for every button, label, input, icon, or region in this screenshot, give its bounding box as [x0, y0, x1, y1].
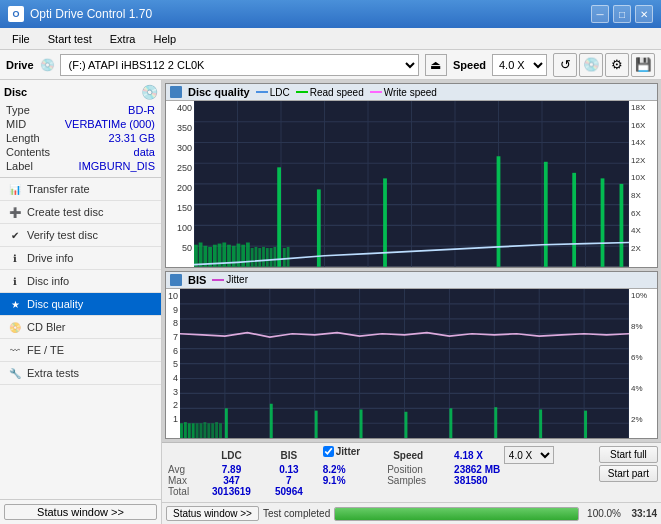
max-bis: 7	[265, 475, 313, 486]
col-header-jitter: Jitter	[336, 446, 360, 457]
svg-rect-74	[315, 410, 318, 438]
disc-mid-label: MID	[6, 118, 26, 130]
disc-mid-value: VERBATIMe (000)	[65, 118, 155, 130]
sidebar-item-disc-info[interactable]: ℹ Disc info	[0, 270, 161, 293]
drive-icon: 💿	[40, 58, 54, 72]
drive-select[interactable]: (F:) ATAPI iHBS112 2 CL0K	[60, 54, 419, 76]
status-window-button-bottom[interactable]: Status window >>	[166, 506, 259, 521]
save-button[interactable]: 💾	[631, 53, 655, 77]
sidebar-item-create-test-disc[interactable]: ➕ Create test disc	[0, 201, 161, 224]
speed-select-cell: 4.0 X	[504, 446, 590, 464]
y-axis-left-bis: 10987654321	[166, 289, 180, 438]
disc-section-title: Disc	[4, 86, 27, 98]
speed-select-stats[interactable]: 4.0 X	[504, 446, 554, 464]
sidebar-item-transfer-rate[interactable]: 📊 Transfer rate	[0, 178, 161, 201]
stats-table: LDC BIS Jitter Speed 4.18 X	[168, 446, 590, 497]
sidebar-item-cd-bler[interactable]: 📀 CD Bler	[0, 316, 161, 339]
start-part-button[interactable]: Start part	[599, 465, 658, 482]
stats-panel: LDC BIS Jitter Speed 4.18 X	[162, 442, 661, 502]
col-header-speed: Speed	[387, 446, 454, 464]
eject-button[interactable]: ⏏	[425, 54, 447, 76]
config-button[interactable]: ⚙	[605, 53, 629, 77]
sidebar-item-disc-quality[interactable]: ★ Disc quality	[0, 293, 161, 316]
sidebar-item-label: Drive info	[27, 252, 73, 264]
menu-start-test[interactable]: Start test	[40, 31, 100, 47]
close-button[interactable]: ✕	[635, 5, 653, 23]
sidebar-item-label: Verify test disc	[27, 229, 98, 241]
sidebar-item-label: Disc quality	[27, 298, 83, 310]
svg-rect-80	[584, 410, 587, 438]
progress-bar-fill	[335, 508, 578, 520]
svg-rect-83	[203, 422, 206, 438]
disc-mid-row: MID VERBATIMe (000)	[4, 117, 157, 131]
sidebar-item-fe-te[interactable]: 〰 FE / TE	[0, 339, 161, 362]
sidebar-item-label: Transfer rate	[27, 183, 90, 195]
fe-te-icon: 〰	[8, 343, 22, 357]
disc-info-icon: ℹ	[8, 274, 22, 288]
svg-rect-43	[266, 248, 269, 267]
sidebar-item-label: Disc info	[27, 275, 69, 287]
y-axis-left: 400 350 300 250 200 150 100 50	[166, 101, 194, 267]
disc-type-value: BD-R	[128, 104, 155, 116]
sidebar-item-extra-tests[interactable]: 🔧 Extra tests	[0, 362, 161, 385]
svg-rect-84	[207, 423, 210, 438]
svg-rect-82	[200, 423, 203, 438]
disc-button[interactable]: 💿	[579, 53, 603, 77]
legend-ldc: LDC	[256, 87, 290, 98]
total-ldc: 3013619	[198, 486, 265, 497]
svg-rect-75	[360, 409, 363, 438]
sidebar-item-drive-info[interactable]: ℹ Drive info	[0, 247, 161, 270]
disc-contents-label: Contents	[6, 146, 50, 158]
y-axis-right-bis: 10%8%6%4%2%	[629, 289, 657, 438]
legend-read-speed: Read speed	[296, 87, 364, 98]
menu-help[interactable]: Help	[145, 31, 184, 47]
status-window-button[interactable]: Status window >>	[4, 504, 157, 520]
menu-file[interactable]: File	[4, 31, 38, 47]
stats-table-area: LDC BIS Jitter Speed 4.18 X	[162, 443, 596, 502]
minimize-button[interactable]: ─	[591, 5, 609, 23]
maximize-button[interactable]: □	[613, 5, 631, 23]
svg-rect-69	[184, 422, 187, 438]
disc-type-label: Type	[6, 104, 30, 116]
col-header-ldc: LDC	[198, 446, 265, 464]
refresh-button[interactable]: ↺	[553, 53, 577, 77]
window-controls: ─ □ ✕	[591, 5, 653, 23]
bis-chart-icon	[170, 274, 182, 286]
svg-rect-47	[287, 247, 290, 267]
menu-extra[interactable]: Extra	[102, 31, 144, 47]
svg-rect-68	[180, 423, 183, 438]
sidebar-item-label: FE / TE	[27, 344, 64, 356]
svg-rect-40	[255, 247, 258, 267]
svg-rect-71	[192, 423, 195, 438]
svg-rect-19	[194, 245, 198, 267]
start-full-button[interactable]: Start full	[599, 446, 658, 463]
svg-rect-41	[258, 248, 261, 267]
chart-bis-svg	[180, 289, 629, 438]
speed-label: Speed	[453, 59, 486, 71]
chart-bis-header: BIS Jitter	[166, 272, 657, 289]
app-window: O Opti Drive Control 1.70 ─ □ ✕ File Sta…	[0, 0, 661, 524]
status-text: Test completed	[263, 508, 330, 519]
jitter-checkbox[interactable]	[323, 446, 334, 457]
sidebar-item-label: Extra tests	[27, 367, 79, 379]
create-disc-icon: ➕	[8, 205, 22, 219]
svg-rect-76	[405, 412, 408, 438]
cd-bler-icon: 📀	[8, 320, 22, 334]
svg-rect-46	[283, 248, 286, 267]
disc-label-row: Label IMGBURN_DIS	[4, 159, 157, 173]
legend-write-speed: Write speed	[370, 87, 437, 98]
svg-rect-45	[273, 247, 276, 267]
sidebar-nav: 📊 Transfer rate ➕ Create test disc ✔ Ver…	[0, 178, 161, 499]
svg-rect-70	[188, 423, 191, 438]
sidebar: Disc 💿 Type BD-R MID VERBATIMe (000) Len…	[0, 80, 162, 524]
svg-rect-44	[270, 248, 273, 267]
jitter-check-cell: Jitter	[323, 446, 387, 457]
speed-select[interactable]: 4.0 X	[492, 54, 547, 76]
app-icon: O	[8, 6, 24, 22]
disc-contents-value: data	[134, 146, 155, 158]
svg-rect-37	[601, 178, 605, 266]
sidebar-item-verify-test-disc[interactable]: ✔ Verify test disc	[0, 224, 161, 247]
status-time: 33:14	[625, 508, 657, 519]
disc-section-icon: 💿	[141, 84, 157, 100]
svg-rect-78	[494, 407, 497, 438]
